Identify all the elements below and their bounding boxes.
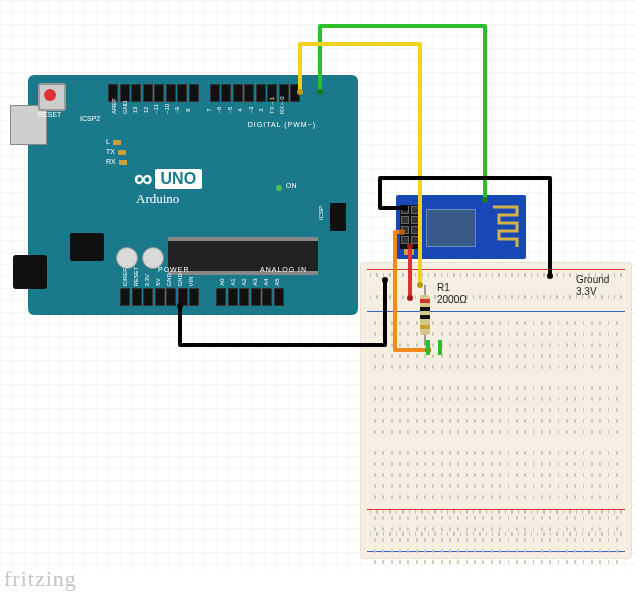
infinity-icon: ∞	[134, 163, 149, 194]
esp-shield	[426, 209, 476, 247]
resistor-value: 2000Ω	[437, 294, 467, 305]
pcb-antenna-icon	[491, 203, 521, 251]
bottom-power-rail[interactable]	[369, 508, 623, 528]
voltage-regulator	[70, 233, 104, 261]
digital-section-label: DIGITAL (PWM~)	[248, 121, 316, 128]
fritzing-watermark: fritzing	[4, 566, 77, 592]
bottom-pin-labels: IOREFRESET 3.3V5V GNDGND VIN A0A1 A2A3 A…	[120, 279, 281, 285]
esp8266-module	[396, 195, 526, 259]
vcc-rail-label: 3.3V	[576, 286, 597, 297]
resistor-ref: R1	[437, 282, 450, 293]
on-label: ON	[286, 182, 297, 189]
arduino-uno-board: RESET ICSP2 AREFGND 1312 ~11~10 ~98 7~6 …	[28, 75, 358, 315]
breadboard-field[interactable]	[373, 319, 619, 502]
capacitors	[116, 247, 164, 269]
bottom-ground-rail[interactable]	[369, 530, 623, 550]
txrx-leds: L TX RX	[106, 137, 127, 167]
icsp-header[interactable]	[330, 203, 346, 231]
power-section-label: POWER	[158, 266, 189, 273]
barrel-jack	[13, 255, 47, 289]
icsp2-label: ICSP2	[80, 115, 100, 122]
reset-label: RESET	[38, 111, 61, 118]
esp-component	[404, 249, 414, 255]
arduino-logo: ∞ UNO	[134, 163, 202, 194]
esp-pin-header[interactable]	[400, 205, 420, 249]
digital-header[interactable]	[108, 84, 343, 104]
icsp-label: ICSP	[318, 206, 324, 220]
reset-button[interactable]	[38, 83, 66, 111]
analog-section-label: ANALOG IN	[260, 266, 307, 273]
digital-pin-labels: AREFGND 1312 ~11~10 ~98 7~6 ~54 ~32 TX→1…	[110, 107, 286, 113]
power-led-icon	[276, 185, 282, 191]
breadboard[interactable]	[360, 262, 632, 559]
ground-rail-label: Ground	[576, 274, 609, 285]
arduino-brand-text: Arduino	[136, 191, 179, 207]
resistor-r1	[420, 295, 430, 335]
power-analog-header[interactable]	[120, 288, 284, 306]
